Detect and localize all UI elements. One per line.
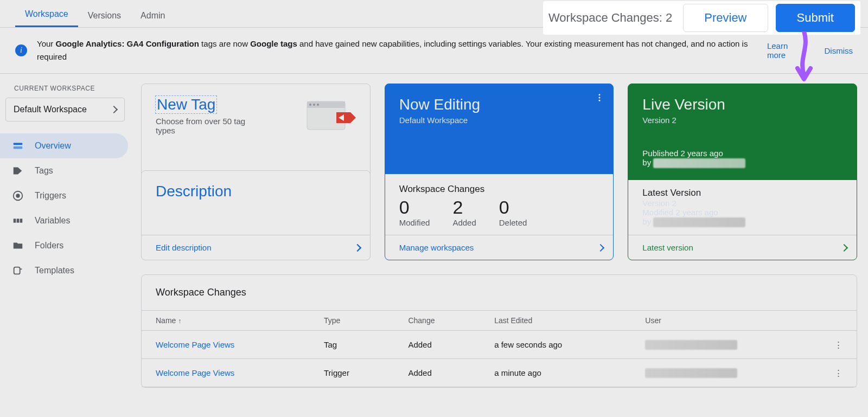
card-subtitle: Default Workspace — [399, 116, 599, 125]
top-tabs: Workspace Versions Admin Workspace Chang… — [0, 0, 868, 28]
sidebar-item-label: Variables — [35, 216, 71, 226]
workspace-changes-bar: Workspace Changes: 2 Preview Submit — [543, 1, 860, 35]
card-title: Now Editing — [399, 96, 599, 113]
banner-message: Your Google Analytics: GA4 Configuration… — [37, 37, 750, 63]
svg-point-12 — [317, 104, 319, 106]
trigger-icon — [12, 190, 24, 202]
svg-rect-7 — [14, 267, 20, 274]
sidebar-item-overview[interactable]: Overview — [0, 133, 128, 158]
info-icon: i — [15, 44, 27, 56]
sidebar-item-folders[interactable]: Folders — [0, 233, 128, 258]
variables-icon — [12, 215, 24, 227]
folder-icon — [12, 240, 24, 252]
svg-point-15 — [599, 100, 601, 101]
col-change[interactable]: Change — [394, 311, 480, 331]
redacted-user — [645, 340, 737, 350]
col-last-edited[interactable]: Last Edited — [480, 311, 631, 331]
col-user[interactable]: User — [631, 311, 820, 331]
row-user — [631, 331, 820, 359]
svg-point-13 — [599, 94, 601, 95]
card-title: Description — [156, 183, 356, 200]
sidebar-section-label: CURRENT WORKSPACE — [0, 85, 130, 98]
svg-rect-1 — [14, 146, 23, 149]
sidebar-item-templates[interactable]: Templates — [0, 258, 128, 283]
sidebar-item-variables[interactable]: Variables — [0, 208, 128, 233]
workspace-picker-value: Default Workspace — [14, 105, 87, 114]
tab-admin[interactable]: Admin — [131, 3, 175, 27]
row-menu-button[interactable]: ⋮ — [820, 331, 857, 359]
edit-description-link[interactable]: Edit description — [142, 235, 370, 260]
row-last-edited: a minute ago — [480, 359, 631, 387]
banner-learn-more[interactable]: Learn more — [767, 41, 807, 60]
sidebar-item-label: Overview — [35, 141, 71, 151]
col-type[interactable]: Type — [310, 311, 394, 331]
workspace-picker[interactable]: Default Workspace — [5, 98, 125, 121]
overview-icon — [12, 140, 24, 152]
row-name[interactable]: Welcome Page Views — [142, 359, 310, 387]
sidebar-item-label: Templates — [35, 266, 74, 275]
row-user — [631, 359, 820, 387]
sidebar-item-label: Triggers — [35, 191, 66, 201]
tag-icon — [12, 165, 24, 177]
chevron-right-icon — [110, 106, 118, 113]
card-menu-button[interactable] — [591, 89, 608, 106]
redacted-user — [645, 368, 737, 378]
card-title: Live Version — [642, 96, 843, 113]
svg-rect-5 — [17, 219, 20, 222]
card-description: Description Edit description — [141, 170, 371, 260]
svg-point-11 — [313, 104, 315, 106]
published-by: by — [642, 158, 843, 168]
row-last-edited: a few seconds ago — [480, 331, 631, 359]
card-title: New Tag — [156, 96, 216, 113]
main-content: New Tag Choose from over 50 tag types Ad… — [130, 74, 868, 417]
redacted-user — [653, 217, 745, 227]
col-name[interactable]: Name↑ — [142, 311, 310, 331]
row-menu-button[interactable]: ⋮ — [820, 359, 857, 387]
sort-asc-icon: ↑ — [178, 317, 181, 325]
row-change: Added — [394, 359, 480, 387]
row-change: Added — [394, 331, 480, 359]
workspace-changes-table: Name↑ Type Change Last Edited User Welco… — [142, 310, 857, 387]
table-row[interactable]: Welcome Page Views Tag Added a few secon… — [142, 331, 857, 359]
submit-button[interactable]: Submit — [776, 4, 855, 32]
svg-rect-0 — [14, 143, 23, 145]
svg-rect-4 — [14, 219, 16, 222]
redacted-user — [653, 158, 745, 168]
workspace-changes-count: Workspace Changes: 2 — [548, 11, 672, 25]
sidebar-item-triggers[interactable]: Triggers — [0, 183, 128, 208]
svg-point-10 — [309, 104, 311, 106]
workspace-changes-table-card: Workspace Changes Name↑ Type Change Last… — [141, 274, 857, 388]
sidebar-item-tags[interactable]: Tags — [0, 158, 128, 183]
svg-point-3 — [16, 194, 20, 197]
svg-point-14 — [599, 97, 601, 99]
svg-rect-6 — [20, 219, 23, 222]
card-subtitle: Version 2 — [642, 116, 843, 125]
sidebar: CURRENT WORKSPACE Default Workspace Over… — [0, 74, 130, 417]
published-line: Published 2 years ago — [642, 149, 843, 158]
row-type: Tag — [310, 331, 394, 359]
preview-button[interactable]: Preview — [683, 4, 768, 32]
new-tag-illustration — [304, 96, 356, 135]
chevron-right-icon — [354, 243, 361, 251]
row-type: Trigger — [310, 359, 394, 387]
tab-versions[interactable]: Versions — [78, 3, 131, 27]
sidebar-item-label: Tags — [35, 166, 53, 176]
svg-rect-9 — [307, 101, 345, 108]
sidebar-item-label: Folders — [35, 241, 63, 251]
card-subtitle: Choose from over 50 tag types — [156, 117, 264, 135]
banner-dismiss[interactable]: Dismiss — [825, 46, 853, 55]
row-name[interactable]: Welcome Page Views — [142, 331, 310, 359]
templates-icon — [12, 265, 24, 277]
table-title: Workspace Changes — [142, 275, 857, 310]
tab-workspace[interactable]: Workspace — [15, 2, 78, 27]
table-row[interactable]: Welcome Page Views Trigger Added a minut… — [142, 359, 857, 387]
